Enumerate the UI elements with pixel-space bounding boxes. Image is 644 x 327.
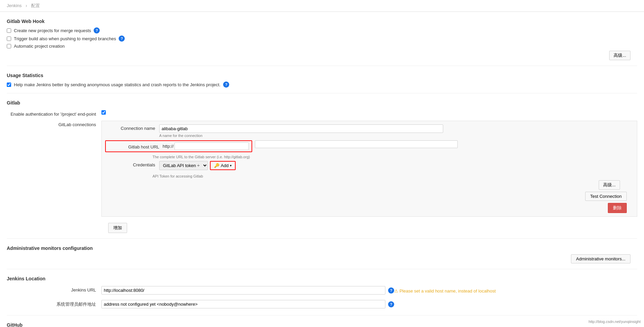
key-icon: 🔑: [214, 163, 219, 168]
enable-auth-label: Enable authentication for '/project' end…: [7, 110, 101, 117]
credentials-select[interactable]: GitLab API token ÷: [159, 161, 208, 170]
gitlab-connections-row: GitLab connections Connection name A nam…: [7, 121, 637, 217]
checkbox-label-usage: Help make Jenkins better by sending anon…: [14, 82, 220, 87]
jenkins-url-input[interactable]: [101, 286, 385, 295]
warning-icon: ⚠: [394, 288, 398, 294]
section-gitlab-webhook: Gitlab Web Hook Create new projects for …: [7, 19, 637, 60]
checkbox-label-auto-project: Automatic project creation: [14, 44, 65, 49]
form-row-jenkins-url: Jenkins URL ? ⚠ Please set a valid host …: [7, 285, 637, 296]
help-icon-usage[interactable]: ?: [223, 81, 229, 88]
host-url-label: Gitlab host URL: [109, 143, 163, 149]
advanced-button-webhook[interactable]: 高级...: [609, 51, 630, 60]
help-icon-jenkins-url[interactable]: ?: [388, 287, 394, 294]
checkbox-row-trigger-build: Trigger build also when pushing to merge…: [7, 36, 637, 42]
checkbox-enable-auth[interactable]: [101, 110, 106, 115]
jenkins-url-label: Jenkins URL: [7, 286, 101, 293]
advanced-button-gitlab[interactable]: 高级...: [599, 180, 620, 190]
add-more-button[interactable]: 增加: [108, 223, 127, 233]
connection-name-help: A name for the connection: [159, 134, 634, 138]
jenkins-url-warning: ⚠ Please set a valid host name, instead …: [394, 288, 496, 294]
checkbox-label-create-projects: Create new projects for merge requests: [14, 28, 91, 33]
help-icon-create-projects[interactable]: ?: [94, 27, 100, 33]
connection-name-row: Connection name A name for the connectio…: [105, 124, 634, 138]
section-usage-statistics: Usage Statistics Help make Jenkins bette…: [7, 73, 637, 88]
section-title-usage: Usage Statistics: [7, 73, 637, 78]
enable-auth-control: [101, 110, 637, 115]
host-url-input[interactable]: [174, 142, 249, 150]
credentials-help: API Token for accessing Gitlab: [152, 174, 634, 178]
connection-detail: Connection name A name for the connectio…: [101, 121, 637, 217]
add-credentials-button[interactable]: 🔑 Add ▾: [210, 161, 236, 170]
breadcrumb: Jenkins › 配置: [0, 0, 644, 12]
checkbox-label-trigger-build: Trigger build also when pushing to merge…: [14, 36, 116, 41]
connection-name-value-wrap: A name for the connection: [159, 124, 634, 138]
admin-monitors-button[interactable]: Administrative monitors...: [571, 254, 630, 263]
section-admin-monitors: Administrative monitors configuration Ad…: [7, 246, 637, 263]
form-row-enable-auth: Enable authentication for '/project' end…: [7, 109, 637, 118]
breadcrumb-separator: ›: [26, 3, 28, 8]
section-title-webhook: Gitlab Web Hook: [7, 19, 637, 24]
checkbox-row-auto-project: Automatic project creation: [7, 44, 637, 49]
checkbox-trigger-build[interactable]: [7, 37, 11, 41]
chevron-down-icon: ▾: [230, 164, 232, 167]
footer-link: http://blog.csdn.net/yunqiinsight: [589, 320, 641, 324]
add-btn-label: Add: [221, 163, 229, 168]
section-title-jenkins-location: Jenkins Location: [7, 276, 637, 281]
help-icon-trigger-build[interactable]: ?: [119, 36, 125, 42]
section-jenkins-location: Jenkins Location Jenkins URL ? ⚠ Please …: [7, 276, 637, 310]
admin-email-input[interactable]: [101, 300, 385, 308]
form-row-admin-email: 系统管理员邮件地址 ?: [7, 299, 637, 310]
admin-email-control: ?: [101, 300, 637, 308]
checkbox-row-usage: Help make Jenkins better by sending anon…: [7, 81, 637, 88]
section-title-admin-monitors: Administrative monitors configuration: [7, 246, 637, 251]
page-content: Gitlab Web Hook Create new projects for …: [0, 12, 644, 327]
host-url-row: Gitlab host URL http://: [105, 140, 634, 152]
checkbox-auto-project[interactable]: [7, 44, 11, 48]
connection-action-buttons: 高级... Test Connection 删除: [105, 180, 627, 213]
connections-label: GitLab connections: [7, 121, 101, 127]
help-icon-admin-email[interactable]: ?: [388, 301, 394, 307]
connection-name-label: Connection name: [105, 124, 159, 131]
admin-email-label: 系统管理员邮件地址: [7, 300, 101, 307]
jenkins-url-control: ? ⚠ Please set a valid host name, instea…: [101, 286, 637, 295]
breadcrumb-jenkins[interactable]: Jenkins: [7, 3, 22, 8]
host-url-help: The complete URL to the Gitlab server (i…: [152, 155, 634, 159]
section-title-gitlab: Gitlab: [7, 100, 637, 106]
host-url-full-input[interactable]: [255, 140, 458, 148]
checkbox-create-projects[interactable]: [7, 28, 11, 33]
delete-button[interactable]: 删除: [608, 203, 627, 213]
breadcrumb-config: 配置: [31, 3, 40, 8]
checkbox-usage[interactable]: [7, 83, 11, 87]
credentials-row: Credentials GitLab API token ÷ 🔑 Add ▾: [105, 161, 634, 171]
section-gitlab: Gitlab Enable authentication for '/proje…: [7, 100, 637, 233]
credentials-label: Credentials: [105, 161, 159, 167]
host-url-prefix: http://: [163, 144, 174, 149]
checkbox-row-create-projects: Create new projects for merge requests ?: [7, 27, 637, 33]
credentials-value-wrap: GitLab API token ÷ 🔑 Add ▾: [159, 161, 634, 170]
test-connection-button[interactable]: Test Connection: [585, 192, 627, 201]
warning-text-content: Please set a valid host name, instead of…: [400, 288, 496, 294]
section-github: GitHub GitHub Servers Add GitHub Server …: [7, 322, 637, 327]
connection-name-input[interactable]: [159, 124, 443, 133]
section-title-github: GitHub: [7, 322, 637, 327]
